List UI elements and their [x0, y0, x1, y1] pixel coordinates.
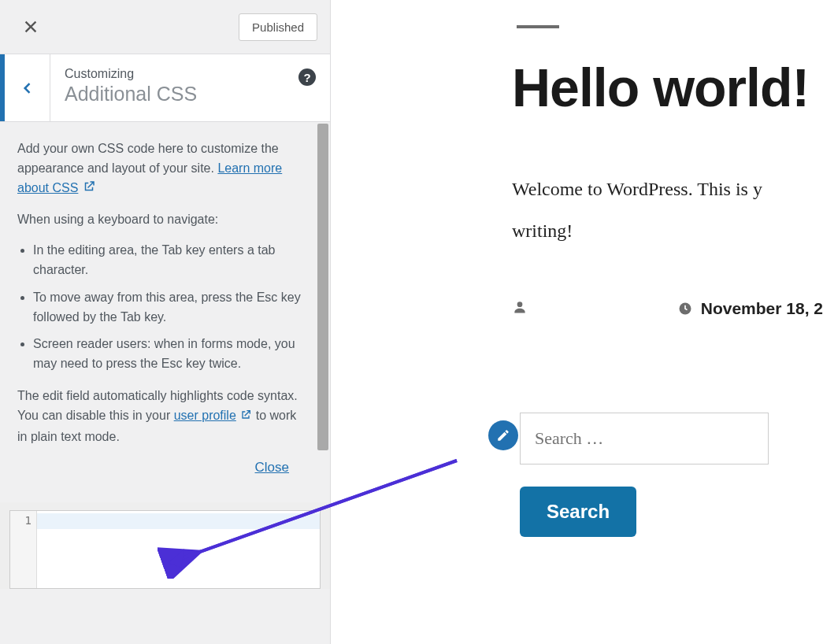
close-icon — [22, 18, 39, 35]
list-item: Screen reader users: when in forms mode,… — [33, 335, 310, 374]
post-date: November 18, 2 — [701, 299, 823, 318]
list-item: To move away from this area, press the E… — [33, 288, 310, 328]
horizontal-rule — [517, 25, 559, 28]
scrollbar-thumb[interactable] — [317, 124, 328, 450]
search-input[interactable] — [520, 413, 769, 464]
post-meta: November 18, 2 — [512, 299, 823, 318]
list-item: In the editing area, the Tab key enters … — [33, 241, 310, 280]
editor-gutter: 1 — [10, 511, 37, 588]
customizer-sidebar: Published Customizing Additional CSS ? A… — [0, 0, 331, 644]
publish-status-button[interactable]: Published — [239, 13, 317, 41]
close-customizer-button[interactable] — [13, 9, 49, 45]
panel-header: Customizing Additional CSS ? — [0, 54, 330, 122]
edit-widget-button[interactable] — [488, 420, 518, 450]
panel-description: Add your own CSS code here to customize … — [0, 122, 330, 502]
intro-paragraph: Add your own CSS code here to customize … — [17, 139, 310, 199]
panel-titles: Customizing Additional CSS ? — [50, 54, 330, 121]
post-body: Welcome to WordPress. This is y writing! — [512, 168, 823, 252]
panel-title: Additional CSS — [65, 83, 316, 105]
css-editor[interactable]: 1 — [9, 510, 321, 589]
panel-subtitle: Customizing — [65, 67, 316, 81]
customizer-app: Published Customizing Additional CSS ? A… — [0, 0, 823, 644]
user-profile-link[interactable]: user profile — [174, 409, 236, 422]
close-row: Close — [17, 457, 310, 478]
active-line — [37, 513, 320, 529]
syntax-paragraph: The edit field automatically highlights … — [17, 387, 310, 446]
back-button[interactable] — [5, 54, 50, 121]
clock-icon — [677, 301, 693, 316]
preview-inner: Hello world! Welcome to WordPress. This … — [331, 25, 823, 537]
external-link-icon — [82, 180, 96, 200]
post-body-line: Welcome to WordPress. This is y — [512, 168, 823, 210]
person-icon — [512, 299, 528, 315]
line-number: 1 — [10, 514, 32, 527]
help-button[interactable]: ? — [298, 68, 316, 86]
date-meta: November 18, 2 — [677, 299, 823, 318]
top-bar: Published — [0, 0, 330, 54]
post-title[interactable]: Hello world! — [512, 57, 823, 118]
search-button[interactable]: Search — [520, 487, 636, 537]
editor-code-area[interactable] — [37, 511, 320, 588]
keyboard-tips-list: In the editing area, the Tab key enters … — [17, 241, 310, 374]
svg-point-0 — [517, 302, 523, 307]
keyboard-intro: When using a keyboard to navigate: — [17, 210, 310, 230]
chevron-left-icon — [20, 80, 35, 96]
pencil-icon — [496, 428, 510, 442]
site-preview[interactable]: Hello world! Welcome to WordPress. This … — [331, 0, 823, 644]
css-editor-wrap: 1 — [0, 502, 330, 589]
external-link-icon — [239, 408, 252, 427]
search-widget: Search — [512, 413, 823, 537]
close-help-link[interactable]: Close — [255, 460, 289, 475]
panel-scroll-area: Add your own CSS code here to customize … — [0, 122, 330, 644]
post: Hello world! Welcome to WordPress. This … — [512, 25, 823, 537]
author-meta — [512, 299, 528, 318]
post-body-line: writing! — [512, 210, 823, 252]
